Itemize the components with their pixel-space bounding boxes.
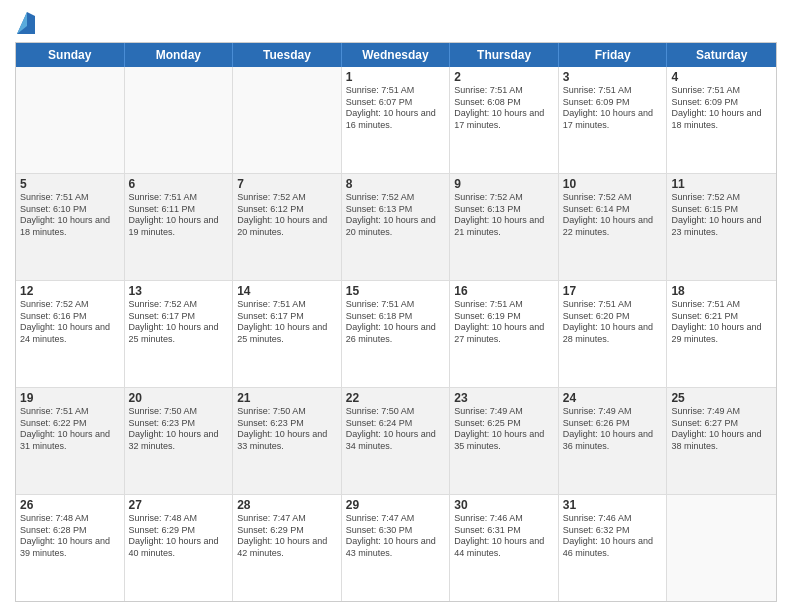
day-info: Sunrise: 7:52 AM Sunset: 6:14 PM Dayligh… — [563, 192, 663, 239]
day-cell-20: 20Sunrise: 7:50 AM Sunset: 6:23 PM Dayli… — [125, 388, 234, 494]
weekday-header-monday: Monday — [125, 43, 234, 67]
day-cell-14: 14Sunrise: 7:51 AM Sunset: 6:17 PM Dayli… — [233, 281, 342, 387]
day-cell-1: 1Sunrise: 7:51 AM Sunset: 6:07 PM Daylig… — [342, 67, 451, 173]
day-info: Sunrise: 7:48 AM Sunset: 6:29 PM Dayligh… — [129, 513, 229, 560]
day-number: 30 — [454, 498, 554, 512]
day-number: 10 — [563, 177, 663, 191]
day-info: Sunrise: 7:49 AM Sunset: 6:26 PM Dayligh… — [563, 406, 663, 453]
day-info: Sunrise: 7:52 AM Sunset: 6:15 PM Dayligh… — [671, 192, 772, 239]
day-info: Sunrise: 7:49 AM Sunset: 6:27 PM Dayligh… — [671, 406, 772, 453]
day-cell-11: 11Sunrise: 7:52 AM Sunset: 6:15 PM Dayli… — [667, 174, 776, 280]
day-number: 6 — [129, 177, 229, 191]
day-number: 14 — [237, 284, 337, 298]
day-info: Sunrise: 7:46 AM Sunset: 6:31 PM Dayligh… — [454, 513, 554, 560]
day-number: 20 — [129, 391, 229, 405]
weekday-header-thursday: Thursday — [450, 43, 559, 67]
day-number: 5 — [20, 177, 120, 191]
calendar-row-0: 1Sunrise: 7:51 AM Sunset: 6:07 PM Daylig… — [16, 67, 776, 174]
day-cell-8: 8Sunrise: 7:52 AM Sunset: 6:13 PM Daylig… — [342, 174, 451, 280]
day-cell-6: 6Sunrise: 7:51 AM Sunset: 6:11 PM Daylig… — [125, 174, 234, 280]
day-cell-22: 22Sunrise: 7:50 AM Sunset: 6:24 PM Dayli… — [342, 388, 451, 494]
day-info: Sunrise: 7:51 AM Sunset: 6:18 PM Dayligh… — [346, 299, 446, 346]
day-cell-19: 19Sunrise: 7:51 AM Sunset: 6:22 PM Dayli… — [16, 388, 125, 494]
day-number: 28 — [237, 498, 337, 512]
day-number: 22 — [346, 391, 446, 405]
day-cell-3: 3Sunrise: 7:51 AM Sunset: 6:09 PM Daylig… — [559, 67, 668, 173]
day-info: Sunrise: 7:46 AM Sunset: 6:32 PM Dayligh… — [563, 513, 663, 560]
day-info: Sunrise: 7:52 AM Sunset: 6:12 PM Dayligh… — [237, 192, 337, 239]
day-cell-31: 31Sunrise: 7:46 AM Sunset: 6:32 PM Dayli… — [559, 495, 668, 601]
day-cell-15: 15Sunrise: 7:51 AM Sunset: 6:18 PM Dayli… — [342, 281, 451, 387]
day-number: 13 — [129, 284, 229, 298]
day-cell-24: 24Sunrise: 7:49 AM Sunset: 6:26 PM Dayli… — [559, 388, 668, 494]
day-cell-23: 23Sunrise: 7:49 AM Sunset: 6:25 PM Dayli… — [450, 388, 559, 494]
day-number: 17 — [563, 284, 663, 298]
day-number: 15 — [346, 284, 446, 298]
day-info: Sunrise: 7:52 AM Sunset: 6:17 PM Dayligh… — [129, 299, 229, 346]
day-info: Sunrise: 7:51 AM Sunset: 6:09 PM Dayligh… — [563, 85, 663, 132]
weekday-header-sunday: Sunday — [16, 43, 125, 67]
day-number: 26 — [20, 498, 120, 512]
day-cell-25: 25Sunrise: 7:49 AM Sunset: 6:27 PM Dayli… — [667, 388, 776, 494]
day-cell-9: 9Sunrise: 7:52 AM Sunset: 6:13 PM Daylig… — [450, 174, 559, 280]
day-number: 3 — [563, 70, 663, 84]
day-cell-16: 16Sunrise: 7:51 AM Sunset: 6:19 PM Dayli… — [450, 281, 559, 387]
logo-icon — [17, 12, 35, 34]
day-cell-30: 30Sunrise: 7:46 AM Sunset: 6:31 PM Dayli… — [450, 495, 559, 601]
day-number: 24 — [563, 391, 663, 405]
empty-cell-0-0 — [16, 67, 125, 173]
weekday-header-wednesday: Wednesday — [342, 43, 451, 67]
day-info: Sunrise: 7:47 AM Sunset: 6:29 PM Dayligh… — [237, 513, 337, 560]
empty-cell-4-6 — [667, 495, 776, 601]
day-cell-2: 2Sunrise: 7:51 AM Sunset: 6:08 PM Daylig… — [450, 67, 559, 173]
day-cell-29: 29Sunrise: 7:47 AM Sunset: 6:30 PM Dayli… — [342, 495, 451, 601]
day-number: 19 — [20, 391, 120, 405]
day-number: 21 — [237, 391, 337, 405]
day-info: Sunrise: 7:50 AM Sunset: 6:23 PM Dayligh… — [129, 406, 229, 453]
calendar-body: 1Sunrise: 7:51 AM Sunset: 6:07 PM Daylig… — [16, 67, 776, 601]
day-info: Sunrise: 7:52 AM Sunset: 6:13 PM Dayligh… — [346, 192, 446, 239]
day-info: Sunrise: 7:51 AM Sunset: 6:17 PM Dayligh… — [237, 299, 337, 346]
day-cell-26: 26Sunrise: 7:48 AM Sunset: 6:28 PM Dayli… — [16, 495, 125, 601]
day-cell-21: 21Sunrise: 7:50 AM Sunset: 6:23 PM Dayli… — [233, 388, 342, 494]
day-number: 29 — [346, 498, 446, 512]
day-cell-12: 12Sunrise: 7:52 AM Sunset: 6:16 PM Dayli… — [16, 281, 125, 387]
weekday-header-friday: Friday — [559, 43, 668, 67]
empty-cell-0-2 — [233, 67, 342, 173]
day-info: Sunrise: 7:51 AM Sunset: 6:19 PM Dayligh… — [454, 299, 554, 346]
weekday-header-tuesday: Tuesday — [233, 43, 342, 67]
day-number: 27 — [129, 498, 229, 512]
day-cell-17: 17Sunrise: 7:51 AM Sunset: 6:20 PM Dayli… — [559, 281, 668, 387]
calendar-row-2: 12Sunrise: 7:52 AM Sunset: 6:16 PM Dayli… — [16, 281, 776, 388]
day-number: 11 — [671, 177, 772, 191]
day-info: Sunrise: 7:51 AM Sunset: 6:08 PM Dayligh… — [454, 85, 554, 132]
empty-cell-0-1 — [125, 67, 234, 173]
day-cell-7: 7Sunrise: 7:52 AM Sunset: 6:12 PM Daylig… — [233, 174, 342, 280]
day-number: 23 — [454, 391, 554, 405]
day-number: 25 — [671, 391, 772, 405]
day-cell-13: 13Sunrise: 7:52 AM Sunset: 6:17 PM Dayli… — [125, 281, 234, 387]
day-info: Sunrise: 7:51 AM Sunset: 6:11 PM Dayligh… — [129, 192, 229, 239]
day-cell-27: 27Sunrise: 7:48 AM Sunset: 6:29 PM Dayli… — [125, 495, 234, 601]
day-info: Sunrise: 7:47 AM Sunset: 6:30 PM Dayligh… — [346, 513, 446, 560]
day-info: Sunrise: 7:51 AM Sunset: 6:10 PM Dayligh… — [20, 192, 120, 239]
day-number: 4 — [671, 70, 772, 84]
calendar-row-4: 26Sunrise: 7:48 AM Sunset: 6:28 PM Dayli… — [16, 495, 776, 601]
day-info: Sunrise: 7:50 AM Sunset: 6:23 PM Dayligh… — [237, 406, 337, 453]
day-info: Sunrise: 7:51 AM Sunset: 6:21 PM Dayligh… — [671, 299, 772, 346]
day-info: Sunrise: 7:48 AM Sunset: 6:28 PM Dayligh… — [20, 513, 120, 560]
day-number: 12 — [20, 284, 120, 298]
weekday-header-saturday: Saturday — [667, 43, 776, 67]
day-info: Sunrise: 7:52 AM Sunset: 6:13 PM Dayligh… — [454, 192, 554, 239]
day-number: 1 — [346, 70, 446, 84]
calendar: SundayMondayTuesdayWednesdayThursdayFrid… — [15, 42, 777, 602]
day-cell-18: 18Sunrise: 7:51 AM Sunset: 6:21 PM Dayli… — [667, 281, 776, 387]
header — [15, 10, 777, 34]
day-info: Sunrise: 7:49 AM Sunset: 6:25 PM Dayligh… — [454, 406, 554, 453]
day-info: Sunrise: 7:51 AM Sunset: 6:22 PM Dayligh… — [20, 406, 120, 453]
day-number: 7 — [237, 177, 337, 191]
day-info: Sunrise: 7:51 AM Sunset: 6:07 PM Dayligh… — [346, 85, 446, 132]
calendar-row-3: 19Sunrise: 7:51 AM Sunset: 6:22 PM Dayli… — [16, 388, 776, 495]
day-info: Sunrise: 7:51 AM Sunset: 6:09 PM Dayligh… — [671, 85, 772, 132]
page: SundayMondayTuesdayWednesdayThursdayFrid… — [0, 0, 792, 612]
